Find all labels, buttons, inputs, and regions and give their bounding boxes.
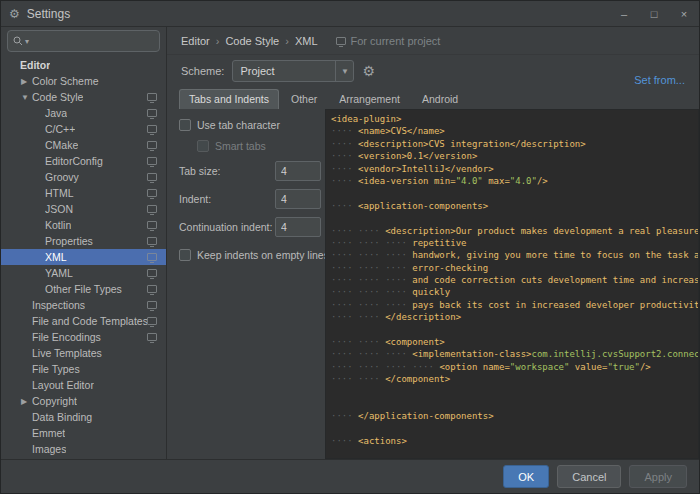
sidebar-item-properties[interactable]: Properties bbox=[1, 233, 166, 249]
sidebar-item-kotlin[interactable]: Kotlin bbox=[1, 217, 166, 233]
sidebar-item-json[interactable]: JSON bbox=[1, 201, 166, 217]
settings-search-box[interactable]: ▾ bbox=[7, 30, 160, 52]
dialog-footer: OK Cancel Apply bbox=[1, 459, 699, 493]
indent-label: Indent: bbox=[179, 193, 211, 205]
smart-tabs-checkbox[interactable]: Smart tabs bbox=[197, 140, 321, 152]
chevron-right-icon[interactable]: ▶ bbox=[21, 397, 32, 406]
use-tab-character-checkbox[interactable]: Use tab character bbox=[179, 119, 321, 131]
sidebar-item-html[interactable]: HTML bbox=[1, 185, 166, 201]
code-line bbox=[331, 448, 698, 459]
settings-search-input[interactable] bbox=[31, 35, 154, 47]
sidebar-item-yaml[interactable]: YAML bbox=[1, 265, 166, 281]
sidebar-item-file-types[interactable]: File Types bbox=[1, 361, 166, 377]
sidebar-item-label: File Encodings bbox=[32, 331, 101, 343]
sidebar-item-java[interactable]: Java bbox=[1, 105, 166, 121]
code-line bbox=[331, 212, 698, 224]
monitor-icon bbox=[147, 333, 157, 341]
monitor-icon bbox=[147, 205, 157, 213]
scheme-selected-value: Project bbox=[240, 65, 274, 77]
sidebar-item-live-templates[interactable]: Live Templates bbox=[1, 345, 166, 361]
set-from-link[interactable]: Set from... bbox=[634, 74, 685, 86]
monitor-icon bbox=[147, 125, 157, 133]
tab-android[interactable]: Android bbox=[412, 89, 468, 109]
indent-row: Indent: bbox=[179, 189, 321, 209]
sidebar-item-label: Other File Types bbox=[45, 283, 122, 295]
breadcrumb-code-style[interactable]: Code Style bbox=[225, 35, 279, 47]
sidebar-item-color-scheme[interactable]: ▶Color Scheme bbox=[1, 73, 166, 89]
sidebar-item-editorconfig[interactable]: EditorConfig bbox=[1, 153, 166, 169]
code-line: ···· ···· </component> bbox=[331, 373, 698, 385]
scheme-row: Scheme: Project ▼ ⚙ Set from... bbox=[167, 55, 699, 87]
tab-tabs-and-indents[interactable]: Tabs and Indents bbox=[179, 89, 279, 109]
keep-indents-checkbox[interactable]: Keep indents on empty lines bbox=[179, 249, 321, 261]
dialog-body: ▾ Editor▶Color Scheme▼Code StyleJavaC/C+… bbox=[1, 27, 699, 459]
sidebar-item-xml[interactable]: XML bbox=[1, 249, 166, 265]
monitor-icon bbox=[147, 317, 157, 325]
code-line: ···· <application-components> bbox=[331, 200, 698, 212]
close-button[interactable]: × bbox=[669, 1, 699, 26]
monitor-icon bbox=[147, 173, 157, 181]
breadcrumb-editor[interactable]: Editor bbox=[181, 35, 210, 47]
code-line: ···· ···· ···· pays back its cost in inc… bbox=[331, 299, 698, 311]
scheme-actions-gear-icon[interactable]: ⚙ bbox=[362, 63, 375, 79]
sidebar-item-other-file-types[interactable]: Other File Types bbox=[1, 281, 166, 297]
apply-button[interactable]: Apply bbox=[629, 465, 687, 488]
sidebar-item-cmake[interactable]: CMake bbox=[1, 137, 166, 153]
tab-size-input[interactable] bbox=[275, 161, 321, 181]
sidebar-item-emmet[interactable]: Emmet bbox=[1, 425, 166, 441]
sidebar-item-label: Inspections bbox=[32, 299, 85, 311]
tab-other[interactable]: Other bbox=[281, 89, 327, 109]
chevron-down-icon[interactable]: ▾ bbox=[25, 37, 29, 46]
tab-arrangement[interactable]: Arrangement bbox=[329, 89, 410, 109]
sidebar-item-file-and-code-templates[interactable]: File and Code Templates bbox=[1, 313, 166, 329]
scheme-label: Scheme: bbox=[181, 65, 224, 77]
code-preview[interactable]: <idea-plugin>···· <name>CVS</name>···· <… bbox=[325, 109, 699, 459]
code-line: ···· <description>CVS integration</descr… bbox=[331, 138, 698, 150]
code-line: ···· ···· </description> bbox=[331, 311, 698, 323]
chevron-right-icon[interactable]: ▶ bbox=[21, 77, 32, 86]
monitor-icon bbox=[147, 189, 157, 197]
sidebar-item-images[interactable]: Images bbox=[1, 441, 166, 457]
monitor-icon bbox=[147, 269, 157, 277]
indent-input[interactable] bbox=[275, 189, 321, 209]
sidebar-item-label: C/C++ bbox=[45, 123, 75, 135]
continuation-indent-input[interactable] bbox=[275, 217, 321, 237]
code-line: ···· <idea-version min="4.0" max="4.0"/> bbox=[331, 175, 698, 187]
maximize-button[interactable]: □ bbox=[639, 1, 669, 26]
gear-icon: ⚙ bbox=[9, 7, 20, 21]
sidebar-item-groovy[interactable]: Groovy bbox=[1, 169, 166, 185]
ok-button[interactable]: OK bbox=[503, 465, 549, 488]
scheme-select[interactable]: Project ▼ bbox=[232, 60, 354, 82]
sidebar-item-c-c-[interactable]: C/C++ bbox=[1, 121, 166, 137]
code-line bbox=[331, 423, 698, 435]
code-line: ···· <actions> bbox=[331, 435, 698, 447]
sidebar-item-copyright[interactable]: ▶Copyright bbox=[1, 393, 166, 409]
sidebar-item-editor[interactable]: Editor bbox=[1, 57, 166, 73]
monitor-icon bbox=[147, 285, 157, 293]
sidebar-item-layout-editor[interactable]: Layout Editor bbox=[1, 377, 166, 393]
chevron-down-icon[interactable]: ▼ bbox=[335, 61, 353, 81]
checkbox-icon bbox=[179, 249, 191, 261]
use-tab-character-label: Use tab character bbox=[197, 119, 280, 131]
sidebar-item-data-binding[interactable]: Data Binding bbox=[1, 409, 166, 425]
code-line: ···· ···· ···· handwork, giving you more… bbox=[331, 249, 698, 261]
sidebar-item-file-encodings[interactable]: File Encodings bbox=[1, 329, 166, 345]
sidebar-item-label: EditorConfig bbox=[45, 155, 103, 167]
code-line: ···· ···· ···· repetitive bbox=[331, 237, 698, 249]
monitor-icon bbox=[147, 253, 157, 261]
sidebar-item-label: File and Code Templates bbox=[32, 315, 147, 327]
sidebar-item-inspections[interactable]: Inspections bbox=[1, 297, 166, 313]
breadcrumb-xml[interactable]: XML bbox=[295, 35, 318, 47]
monitor-icon bbox=[147, 301, 157, 309]
sidebar-item-label: Data Binding bbox=[32, 411, 92, 423]
code-line: ···· ···· ···· <implementation-class>com… bbox=[331, 348, 698, 360]
cancel-button[interactable]: Cancel bbox=[557, 465, 621, 488]
monitor-icon bbox=[147, 109, 157, 117]
code-preview-lines: <idea-plugin>···· <name>CVS</name>···· <… bbox=[331, 113, 698, 459]
sidebar-item-code-style[interactable]: ▼Code Style bbox=[1, 89, 166, 105]
chevron-down-icon[interactable]: ▼ bbox=[21, 93, 32, 102]
code-line: ···· </application-components> bbox=[331, 410, 698, 422]
minimize-button[interactable]: – bbox=[609, 1, 639, 26]
code-line: ···· ···· <component> bbox=[331, 336, 698, 348]
settings-window: ⚙ Settings – □ × ▾ Editor▶Color Scheme▼C… bbox=[0, 0, 700, 494]
